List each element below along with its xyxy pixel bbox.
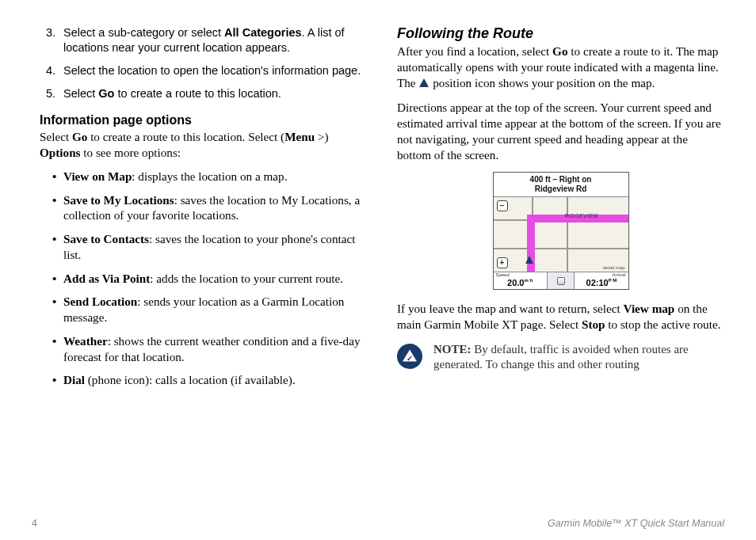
- bold-go: Go: [72, 130, 87, 143]
- right-column: Following the Route After you find a loc…: [397, 25, 724, 502]
- note-label: NOTE:: [433, 343, 472, 356]
- t: to see more options:: [81, 146, 181, 159]
- t: to create a route to this location. Sele…: [87, 130, 284, 143]
- option-view-on-map: View on Map: displays the location on a …: [52, 169, 367, 184]
- zoom-in-button[interactable]: +: [497, 257, 508, 268]
- t: If you leave the map and want to return,…: [397, 302, 624, 315]
- bold-go: Go: [552, 44, 567, 58]
- steps-list: 3. Select a sub-category or select All C…: [40, 25, 367, 101]
- v: 20.0: [507, 278, 524, 287]
- manual-title: Garmin Mobile™ XT Quick Start Manual: [548, 518, 724, 529]
- option-save-my-locations: Save to My Locations: saves the location…: [52, 192, 367, 224]
- step-text: Select: [63, 87, 98, 100]
- detail-map-label: detail map: [603, 265, 625, 270]
- step-4: 4. Select the location to open the locat…: [46, 63, 367, 78]
- t: to stop the active route.: [605, 318, 721, 331]
- map-direction-banner: 400 ft – Right on Ridgeview Rd: [494, 173, 628, 197]
- t: After you find a location, select: [397, 44, 552, 58]
- option-add-via-point: Add as Via Point: adds the location to y…: [52, 271, 367, 287]
- speed-label: Speed: [496, 272, 510, 277]
- step-text: Select the location to open the location…: [63, 64, 361, 77]
- following-route-heading: Following the Route: [397, 25, 724, 42]
- map-status-bar: Speed 20.0m h Arrival 02:10P M: [494, 272, 628, 289]
- opt-b: Save to Contacts: [63, 232, 149, 245]
- step-3: 3. Select a sub-category or select All C…: [46, 25, 367, 55]
- speed-value: 20.0m h: [494, 278, 547, 287]
- option-save-contacts: Save to Contacts: saves the location to …: [52, 231, 367, 263]
- step-text: Select a sub-category or select: [63, 26, 224, 39]
- opt-b: Dial: [63, 373, 85, 386]
- opt-t: : shows the current weather condition an…: [63, 334, 361, 363]
- opt-t: : displays the location on a map.: [132, 169, 287, 183]
- center-square-icon: [557, 277, 565, 285]
- note-text: NOTE: By default, traffic is avoided whe…: [433, 342, 724, 373]
- step-5: 5. Select Go to create a route to this l…: [46, 86, 367, 101]
- follow-route-p2: Directions appear at the top of the scre…: [397, 100, 724, 162]
- speed-unit: m h: [524, 278, 533, 283]
- page-number: 4: [32, 518, 37, 529]
- option-dial: Dial (phone icon): calls a location (if …: [52, 372, 367, 388]
- option-weather: Weather: shows the current weather condi…: [52, 333, 367, 365]
- note-body: By default, traffic is avoided when rout…: [433, 343, 689, 371]
- bold-stop: Stop: [582, 318, 605, 331]
- map-figure: 400 ft – Right on Ridgeview Rd RIDGEVIEW…: [397, 172, 724, 290]
- center-button[interactable]: [548, 272, 575, 289]
- arrival-cell: Arrival 02:10P M: [575, 272, 628, 289]
- options-list: View on Map: displays the location on a …: [40, 169, 367, 388]
- opt-t: : adds the location to your current rout…: [150, 272, 343, 285]
- t: position icon shows your position on the…: [430, 76, 655, 89]
- bold-menu: Menu: [284, 130, 315, 143]
- follow-route-p1: After you find a location, select Go to …: [397, 44, 724, 90]
- opt-b: Save to My Locations: [63, 193, 174, 207]
- opt-b: View on Map: [63, 169, 132, 183]
- map-screenshot: 400 ft – Right on Ridgeview Rd RIDGEVIEW…: [493, 172, 629, 290]
- opt-t: (phone icon): calls a location (if avail…: [85, 373, 296, 386]
- bold-options: Options: [40, 146, 81, 159]
- step-text-post: to create a route to this location.: [114, 87, 281, 100]
- page-content: 3. Select a sub-category or select All C…: [0, 0, 756, 518]
- position-icon: [419, 78, 429, 87]
- bold-view-map: View map: [624, 302, 675, 315]
- road-line: [494, 248, 628, 249]
- road-line: [567, 197, 568, 272]
- opt-b: Weather: [63, 334, 108, 348]
- arrival-unit: P M: [609, 278, 617, 283]
- step-bold: Go: [98, 87, 114, 100]
- info-page-options-heading: Information page options: [40, 113, 367, 127]
- street-label-ridgeview: RIDGEVIEW: [565, 213, 599, 219]
- map-canvas: RIDGEVIEW − + detail map: [494, 197, 628, 272]
- step-number: 4.: [46, 63, 55, 78]
- zoom-out-button[interactable]: −: [497, 200, 508, 211]
- arrival-label: Arrival: [612, 272, 625, 277]
- opt-b: Send Location: [63, 295, 137, 308]
- note-icon: [397, 344, 422, 369]
- position-marker-icon: [525, 256, 533, 264]
- map-direction-line1: 400 ft – Right on: [495, 175, 627, 184]
- info-intro: Select Go to create a route to this loca…: [40, 129, 367, 161]
- arrival-value: 02:10P M: [575, 278, 628, 287]
- v: 02:10: [586, 278, 609, 287]
- speed-cell: Speed 20.0m h: [494, 272, 548, 289]
- follow-route-p3: If you leave the map and want to return,…: [397, 301, 724, 333]
- page-footer: 4 Garmin Mobile™ XT Quick Start Manual: [32, 518, 724, 529]
- opt-b: Add as Via Point: [63, 272, 150, 285]
- step-bold: All Categories: [224, 26, 302, 39]
- t: Select: [40, 130, 72, 143]
- left-column: 3. Select a sub-category or select All C…: [40, 25, 367, 502]
- map-direction-line2: Ridgeview Rd: [495, 184, 627, 194]
- option-send-location: Send Location: sends your location as a …: [52, 294, 367, 325]
- step-number: 5.: [46, 86, 55, 101]
- note-block: NOTE: By default, traffic is avoided whe…: [397, 342, 724, 373]
- step-number: 3.: [46, 25, 55, 40]
- t: >): [315, 130, 328, 143]
- route-segment: [527, 219, 535, 272]
